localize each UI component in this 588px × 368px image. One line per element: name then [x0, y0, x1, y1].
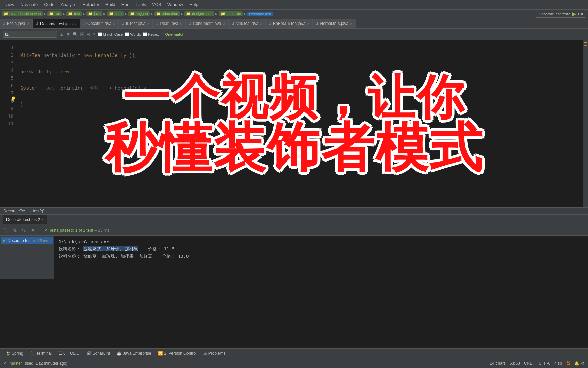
status-encoding[interactable]: UTF-8: [539, 361, 550, 366]
run-toolbar: ⬛ ⇅ ⇆ ≡ | ✔ Tests passed: 1 of 1 test – …: [0, 225, 588, 236]
status-icon-bell[interactable]: 🔔: [574, 361, 579, 366]
breadcrumb-sep-2: ▶: [63, 12, 65, 16]
tab-close-coconut[interactable]: ×: [113, 22, 115, 26]
menu-item-view[interactable]: view: [3, 1, 17, 8]
tab-close-decoratetest[interactable]: ×: [75, 22, 77, 26]
toolbar-list-icon[interactable]: ≡: [29, 227, 36, 234]
breadcrumb-oxygen[interactable]: 📁 oxygen: [128, 11, 150, 16]
search-icon-find[interactable]: 🔍: [73, 32, 78, 37]
regex-checkbox[interactable]: [143, 32, 147, 36]
tab-icon-herbaljelly: J: [316, 21, 318, 26]
words-option[interactable]: Words: [125, 32, 141, 36]
menu-item-analyze[interactable]: Analyze: [58, 1, 79, 8]
words-checkbox[interactable]: [125, 32, 129, 36]
status-icon-gear[interactable]: ⚙: [581, 361, 585, 366]
tab-bobomilktea[interactable]: J BoBoMilkTea.java ×: [266, 19, 313, 28]
tab-close-tutest[interactable]: ×: [147, 22, 149, 26]
tab-close-bobomilktea[interactable]: ×: [307, 22, 309, 26]
regex-option[interactable]: Regex: [143, 32, 159, 36]
tab-close-milktea[interactable]: ×: [260, 22, 262, 26]
tab-condiment[interactable]: J Condiment.java ×: [186, 19, 229, 28]
toolbar-expand-icon[interactable]: ⇆: [20, 227, 27, 234]
tab-milktea[interactable]: J MilkTea.java ×: [229, 19, 266, 28]
breadcrumb-src[interactable]: 📁 src: [47, 11, 62, 16]
tab-kosia[interactable]: J kosia.java ×: [0, 19, 33, 28]
test-item-decoratetest[interactable]: ✔ DecorateTest cc 15 ms: [1, 237, 53, 244]
menu-item-vcs[interactable]: VCS: [149, 1, 164, 8]
menu-item-navigate[interactable]: Navigate: [18, 1, 40, 8]
menu-item-refactor[interactable]: Refactor: [80, 1, 102, 8]
bottom-tool-vcs[interactable]: 🔀 2: Version Control: [155, 350, 199, 356]
search-nav-down[interactable]: ▼: [66, 32, 71, 37]
editor-breadcrumb-class[interactable]: DecorateTest: [3, 209, 28, 213]
run-panel: DecorateTest.test2 × ⬛ ⇅ ⇆ ≡ | ✔ Tests p…: [0, 215, 588, 279]
breadcrumb-com[interactable]: 📁 com: [107, 11, 124, 16]
run-tab-close[interactable]: ×: [42, 218, 44, 221]
tab-close-pearl[interactable]: ×: [180, 22, 182, 26]
tab-close-condiment[interactable]: ×: [223, 22, 225, 26]
tab-coconut[interactable]: J Coconut.java ×: [80, 19, 119, 28]
menu-item-window[interactable]: Window: [165, 1, 186, 8]
menu-item-tools[interactable]: Tools: [133, 1, 149, 8]
bottom-tool-terminal[interactable]: ⬛ Terminal: [28, 350, 54, 356]
tab-tutest[interactable]: J tuTest.java ×: [119, 19, 153, 28]
lightbulb-icon[interactable]: 💡: [10, 96, 16, 102]
search-icon-close-bar[interactable]: ✕: [93, 32, 96, 37]
menu-item-build[interactable]: Build: [103, 1, 118, 8]
editor-breadcrumb-method[interactable]: test2(): [33, 209, 45, 213]
status-linesep[interactable]: CRLF: [524, 361, 535, 366]
tab-icon-pearl: J: [156, 21, 158, 26]
breadcrumb-test[interactable]: 📁 test: [66, 11, 82, 16]
bottom-tool-javaenterprise[interactable]: ☕ Java Enterprise: [114, 350, 154, 356]
words-label: Words: [130, 32, 141, 36]
tab-label-decoratetest: DecorateTest.java: [40, 21, 73, 26]
menu-item-help[interactable]: Help: [186, 1, 201, 8]
run-button[interactable]: ▶: [572, 11, 576, 17]
bottom-tool-todo[interactable]: ☰ 6: TODO: [56, 350, 82, 356]
breadcrumb-java[interactable]: 📁 java: [86, 11, 102, 16]
toolbar-stop-icon[interactable]: ⬛: [3, 227, 10, 234]
tab-decoratetest[interactable]: J DecorateTest.java ×: [33, 19, 80, 28]
overlay-text-bottom: 秒懂装饰者模式: [105, 121, 484, 174]
line-numbers: 1 2 3 4 5 6 7 8 9 10 11: [0, 44, 17, 127]
status-spaces[interactable]: 4 sp: [554, 361, 562, 366]
breadcrumb-designmode[interactable]: 📁 designmode: [184, 11, 214, 16]
menu-item-code[interactable]: Code: [41, 1, 57, 8]
bottom-tool-sonarlint[interactable]: 🔊 SonarLint: [84, 350, 113, 356]
console-price-label-2: [141, 246, 145, 251]
search-icon-options[interactable]: ⊞: [80, 31, 84, 37]
tab-close-herbaljelly[interactable]: ×: [350, 22, 352, 26]
tab-herbaljelly[interactable]: J HerbalJelly.java ×: [313, 19, 356, 28]
menu-item-run[interactable]: Run: [119, 1, 132, 8]
run-content: ✔ DecorateTest cc 15 ms D:\jdk\bin\java.…: [0, 236, 588, 279]
tab-pearl[interactable]: J Pearl.java ×: [153, 19, 185, 28]
bottom-tool-problems[interactable]: ⚠ Problems: [201, 350, 228, 356]
breadcrumb-sep-4: ▶: [103, 12, 106, 16]
code-line-5: [20, 76, 581, 85]
search-input[interactable]: [3, 31, 57, 38]
tab-close-kosia[interactable]: ×: [27, 22, 29, 26]
status-bar-left: ✔ master ssed: 1 (2 minutes ago): [3, 361, 487, 366]
vcs-label: 2: Version Control: [164, 351, 196, 356]
bottom-tool-spring[interactable]: 🍃 Spring: [3, 350, 26, 356]
todo-label: 6: TODO: [63, 351, 80, 356]
breadcrumb-decoratetest[interactable]: DecorateTest: [247, 12, 273, 16]
console-label-3: 饮料名称：: [59, 254, 81, 259]
breadcrumb-education[interactable]: 📁 education: [154, 11, 180, 16]
run-tab-decoratetest[interactable]: DecorateTest.test2 ×: [3, 215, 47, 224]
match-case-option[interactable]: Match Case: [98, 32, 123, 36]
git-label[interactable]: Git: [578, 12, 583, 16]
regex-help[interactable]: ?: [161, 32, 163, 37]
breadcrumb-project[interactable]: 📁 oxy-education-web: [2, 11, 43, 16]
test-duration-sep: –: [95, 228, 97, 233]
search-nav-up[interactable]: ▲: [59, 32, 64, 37]
search-bar: ▲ ▼ 🔍 ⊞ ⊟ ✕ Match Case Words Regex ? One…: [0, 29, 588, 40]
tab-label-milktea: MilkTea.java: [236, 21, 258, 26]
status-logo-icon: S: [566, 359, 570, 367]
match-case-checkbox[interactable]: [98, 32, 102, 36]
breadcrumb-decorate[interactable]: 📁 decorate: [219, 11, 243, 16]
toolbar-sort-icon[interactable]: ⇅: [12, 227, 18, 234]
run-tabs: DecorateTest.test2 ×: [0, 215, 588, 225]
gutter-mark-yellow: [584, 42, 587, 43]
search-icon-filter[interactable]: ⊟: [86, 32, 91, 37]
